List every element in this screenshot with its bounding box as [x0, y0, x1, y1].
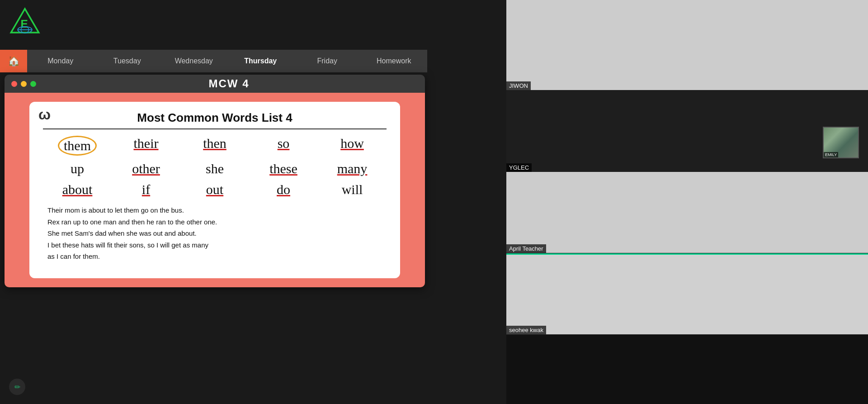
window-title: MCW 4 — [40, 77, 418, 90]
nav-friday[interactable]: Friday — [294, 50, 361, 72]
video-panel: JIWON EMILY YGLEC April Teacher seohee k… — [506, 0, 868, 404]
word-their: their — [112, 134, 180, 157]
video-feed-jiwon — [506, 0, 868, 90]
participant-label-yglec: YGLEC — [506, 163, 532, 172]
nav-monday[interactable]: Monday — [27, 50, 94, 72]
participant-label-jiwon: JIWON — [506, 81, 531, 90]
mcw-card: ω Most Common Words List 4 them their th… — [29, 102, 400, 278]
nav-wednesday[interactable]: Wednesday — [160, 50, 227, 72]
window-content: ω Most Common Words List 4 them their th… — [5, 93, 425, 287]
word-up: up — [43, 159, 112, 178]
video-thumbnail-yglec: EMILY — [823, 127, 859, 158]
traffic-light-green[interactable] — [30, 81, 36, 87]
window-titlebar: MCW 4 — [5, 75, 425, 93]
nav-thursday[interactable]: Thursday — [227, 50, 294, 72]
word-so: so — [249, 134, 318, 157]
sentences-section: Their mom is about to let them go on the… — [43, 204, 387, 262]
sentence-4: I bet these hats will fit their sons, so… — [47, 239, 387, 251]
word-out: out — [180, 180, 249, 199]
thumbnail-label: EMILY — [824, 152, 838, 157]
video-feed-april — [506, 172, 868, 253]
word-do: do — [249, 180, 318, 199]
navigation-bar: 🏠 Monday Tuesday Wednesday Thursday Frid… — [0, 50, 427, 72]
video-feed-seohee — [506, 255, 868, 334]
word-other: other — [112, 159, 180, 178]
word-then: then — [180, 134, 249, 157]
nav-homework[interactable]: Homework — [361, 50, 428, 72]
word-them: them — [43, 134, 112, 157]
edit-button[interactable]: ✏ — [9, 379, 25, 395]
video-cell-yglec: EMILY YGLEC — [506, 90, 868, 172]
video-cell-seohee: seohee kwak — [506, 253, 868, 335]
app-window: MCW 4 ω Most Common Words List 4 them th… — [5, 75, 425, 287]
nav-tuesday[interactable]: Tuesday — [94, 50, 161, 72]
traffic-light-yellow[interactable] — [21, 81, 27, 87]
word-many: many — [318, 159, 387, 178]
home-button[interactable]: 🏠 — [0, 50, 27, 72]
word-if: if — [112, 180, 180, 199]
word-about: about — [43, 180, 112, 199]
word-how: how — [318, 134, 387, 157]
word-these: these — [249, 159, 318, 178]
word-will: will — [318, 180, 387, 199]
app-logo: E — [9, 7, 45, 43]
words-grid: them their then so how up other she thes… — [43, 134, 387, 199]
sentence-2: Rex ran up to one man and then he ran to… — [47, 216, 387, 228]
word-she: she — [180, 159, 249, 178]
video-cell-april: April Teacher — [506, 172, 868, 253]
mcw-title: Most Common Words List 4 — [43, 111, 387, 129]
video-cell-jiwon: JIWON — [506, 0, 868, 90]
sentence-3: She met Sam's dad when she was out and a… — [47, 228, 387, 239]
omega-symbol: ω — [38, 106, 51, 123]
traffic-light-red[interactable] — [11, 81, 17, 87]
sentence-1: Their mom is about to let them go on the… — [47, 204, 387, 216]
pencil-icon: ✏ — [14, 383, 20, 391]
participant-label-seohee: seohee kwak — [506, 326, 546, 334]
sentence-5: as I can for them. — [47, 251, 387, 262]
participant-label-april: April Teacher — [506, 244, 546, 253]
